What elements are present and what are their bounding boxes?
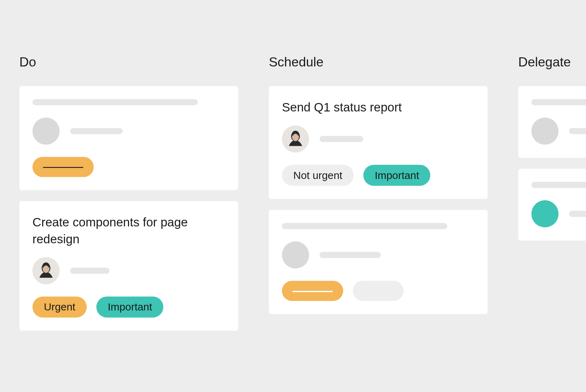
task-card[interactable]: Create components for page redesign Urge… [19,201,238,330]
placeholder-title [532,182,586,188]
task-title: Create components for page redesign [32,214,225,247]
task-card[interactable]: Send Q1 status report Not urgent Importa… [269,86,488,199]
column-title-schedule: Schedule [269,54,488,69]
avatar-icon [32,257,59,284]
column-title-do: Do [19,54,238,69]
tags-row: Urgent Important [32,296,225,317]
placeholder-title [282,223,447,229]
assignee-row [532,117,586,144]
tag-urgent[interactable]: Urgent [32,296,86,317]
avatar-placeholder-icon [532,200,559,227]
assignee-row [532,200,586,227]
placeholder-assignee-name [320,252,381,258]
assignee-row [32,257,225,284]
avatar-icon [282,125,309,152]
column-do: Do Create components for page redesign [19,54,238,341]
placeholder-assignee-name [569,128,586,134]
placeholder-assignee-name [70,128,122,134]
assignee-row [282,241,475,268]
avatar-placeholder-icon [32,117,59,144]
tag-important[interactable]: Important [96,296,163,317]
task-card[interactable] [269,210,488,314]
assignee-row [32,117,225,144]
avatar-placeholder-icon [282,241,309,268]
column-delegate: Delegate [518,54,586,341]
task-card[interactable] [518,169,586,240]
column-schedule: Schedule Send Q1 status report Not urgen… [269,54,488,341]
task-title: Send Q1 status report [282,99,475,116]
tag-placeholder[interactable] [353,281,404,301]
placeholder-assignee-name [569,211,586,217]
assignee-row [282,125,475,152]
tags-row: Not urgent Important [282,165,475,186]
task-card[interactable] [518,86,586,158]
avatar-placeholder-icon [532,117,559,144]
placeholder-assignee-name [70,268,109,274]
tags-row [32,157,225,177]
placeholder-title [532,99,586,105]
column-title-delegate: Delegate [518,54,586,69]
tag-placeholder[interactable] [282,281,343,301]
tag-placeholder[interactable] [32,157,94,177]
placeholder-assignee-name [320,136,363,142]
kanban-board: Do Create components for page redesign [19,54,586,341]
tag-not-urgent[interactable]: Not urgent [282,165,354,186]
task-card[interactable] [19,86,238,190]
tag-important[interactable]: Important [363,165,431,186]
placeholder-title [32,99,198,105]
tags-row [282,281,475,301]
